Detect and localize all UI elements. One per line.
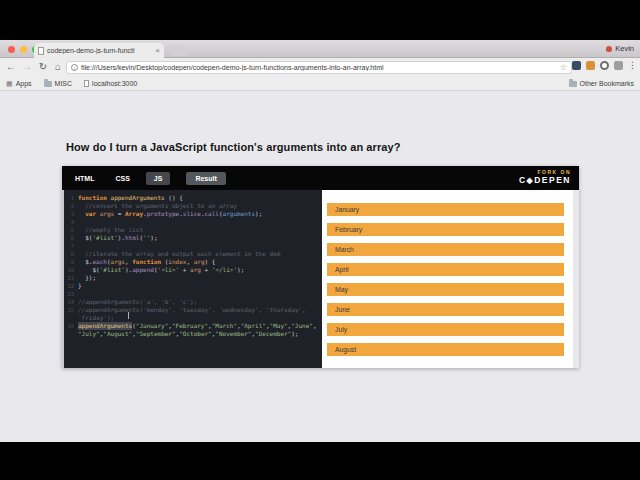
tab-result[interactable]: Result [186,172,225,185]
code-token: function [78,194,111,202]
code-line: 11 }); [64,274,322,282]
code-token: "September" [136,330,176,338]
chrome-menu-icon[interactable]: ⋮ [628,61,637,70]
code-token: ); [150,234,157,242]
reload-button[interactable]: ↻ [36,60,50,74]
browser-window: codepen-demo-js-turn-functi × Kevin ← → … [0,40,640,442]
back-button[interactable]: ← [4,60,18,74]
line-number: 1 [64,194,78,202]
window-titlebar[interactable]: codepen-demo-js-turn-functi × Kevin [0,40,640,58]
month-bar: April [327,263,564,276]
month-bar: February [327,223,564,236]
other-bookmarks[interactable]: Other Bookmarks [569,80,634,87]
month-bar: May [327,283,564,296]
code-line: 16appendArguments("January","February","… [64,322,322,330]
line-number: 16 [64,322,78,330]
code-token: = [114,210,125,218]
line-number: 5 [64,226,78,234]
folder-icon [44,81,52,87]
minimize-window-button[interactable] [20,46,27,53]
code-token: //convert the arguments object to an arr… [78,202,237,210]
code-token: "June" [291,322,313,330]
profile-badge[interactable]: Kevin [606,44,634,53]
code-token: appendArguments [78,322,132,330]
code-line: 'friday'); [64,314,322,322]
fork-on-codepen-link[interactable]: FORK ON C◈DEPEN [519,170,571,185]
close-window-button[interactable] [8,46,15,53]
address-bar[interactable]: i file:///Users/kevin/Desktop/codepen/co… [66,61,572,74]
code-token: '</li>' [212,266,237,274]
month-bar: January [327,203,564,216]
code-token: + [179,266,190,274]
bookmark-star-icon[interactable]: ☆ [560,63,567,72]
code-line: 8 //iterate the array and output each el… [64,250,322,258]
line-number: 6 [64,234,78,242]
code-token: $( [78,234,92,242]
line-number: 7 [64,242,78,250]
code-token: call [205,210,219,218]
code-token: var [78,210,100,218]
tab-js[interactable]: JS [146,172,171,185]
code-line: 4 [64,218,322,226]
tab-favicon-icon [38,47,44,55]
tab-html[interactable]: HTML [70,172,99,185]
forward-button[interactable]: → [20,60,34,74]
code-token: //iterate the array and output each elem… [78,250,280,258]
tab-css[interactable]: CSS [110,172,134,185]
tab-close-icon[interactable]: × [155,46,160,55]
url-text: file:///Users/kevin/Desktop/codepen/code… [81,64,557,71]
line-number: 2 [64,202,78,210]
code-token: ). [125,266,132,274]
bookmarks-bar: ▦ Apps MISC localhost:3000 Other Bookmar… [0,77,640,91]
code-token: "February" [172,322,208,330]
extension-icon-4[interactable] [614,61,623,70]
site-info-icon[interactable]: i [71,64,78,71]
code-line: "July","August","September","October","N… [64,330,322,338]
profile-icon [606,46,612,52]
extension-icon-1[interactable] [572,61,581,70]
code-token: slice [183,210,201,218]
browser-tab[interactable]: codepen-demo-js-turn-functi × [34,43,164,58]
month-bar: August [327,343,564,356]
code-line: 13 [64,290,322,298]
page-title: How do I turn a JavaScript function's ar… [66,141,401,153]
code-token: prototype [147,210,180,218]
month-bar: March [327,243,564,256]
line-number: 13 [64,290,78,298]
folder-icon [569,81,577,87]
code-token: args [100,210,114,218]
bookmark-apps[interactable]: ▦ Apps [6,80,32,87]
code-line: 5 //empty the list [64,226,322,234]
home-button[interactable]: ⌂ [51,60,65,74]
code-token: append [132,266,154,274]
code-token: appendArguments [111,194,165,202]
code-line: 3 var args = Array.prototype.slice.call(… [64,210,322,218]
code-token: args [111,258,125,266]
new-tab-button[interactable] [168,45,188,56]
code-token: "December" [255,330,291,338]
bookmark-label: Apps [16,80,32,87]
code-token: ); [291,330,298,338]
bookmark-localhost[interactable]: localhost:3000 [84,80,137,87]
extension-icon-2[interactable] [586,61,595,70]
code-token: '' [143,234,150,242]
code-token: "November" [215,330,251,338]
code-token: + [201,266,212,274]
code-token: //appendArguments('a', 'b', 'c'); [78,298,197,306]
code-editor[interactable]: 1function appendArguments () {2 //conver… [62,190,322,368]
bookmark-misc-folder[interactable]: MISC [44,80,73,87]
code-token: , [125,258,132,266]
code-line: 7 [64,242,322,250]
code-token: index [168,258,186,266]
code-token: , [186,258,193,266]
code-token: '#list' [92,234,117,242]
line-number: 3 [64,210,78,218]
month-bar: July [327,323,564,336]
code-token: Array [125,210,143,218]
code-token: ( [161,258,168,266]
code-token: $( [78,266,100,274]
code-token: "May" [270,322,288,330]
line-number: 11 [64,274,78,282]
code-token: ) { [205,258,216,266]
extension-icon-3[interactable] [600,61,609,70]
